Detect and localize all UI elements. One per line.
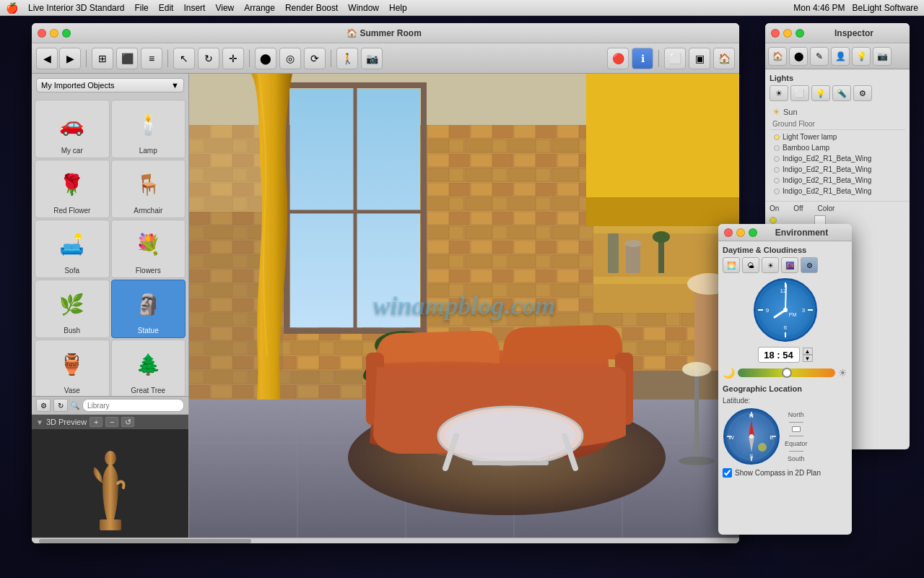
zoom-reset-btn[interactable]: ↺ [121, 417, 134, 427]
toolbar-sep-5 [658, 50, 659, 67]
object-my-car[interactable]: 🚗 My car [35, 100, 110, 158]
env-close-btn[interactable] [724, 228, 733, 237]
3d-mode-btn[interactable]: 🔴 [607, 48, 629, 69]
insp-tab-material[interactable]: ⬤ [789, 47, 808, 66]
list-view-btn[interactable]: ≡ [141, 48, 162, 69]
insp-tab-figure[interactable]: 👤 [831, 47, 850, 66]
maximize-button[interactable] [62, 29, 71, 38]
brightness-thumb[interactable] [782, 368, 792, 378]
objects-grid: 🚗 My car 🕯️ Lamp 🌹 Red Flower 🪑 Armchair [32, 97, 188, 396]
morning-btn[interactable]: 🌤 [742, 257, 759, 273]
floor-plan-btn[interactable]: ⊞ [92, 48, 113, 69]
light-spot-btn[interactable]: 💡 [811, 85, 830, 101]
inspector-close-btn[interactable] [771, 29, 780, 38]
minimize-button[interactable] [50, 29, 58, 38]
env-content: Daytime & Cloudiness 🌅 🌤 ☀ 🌆 ⚙ [718, 241, 852, 535]
light-item-1[interactable]: Light Tower lamp [770, 131, 905, 142]
light-sun-btn[interactable]: ☀ [770, 85, 788, 101]
zoom-in-btn[interactable]: + [90, 417, 103, 427]
circle-tool[interactable]: ⬤ [255, 48, 276, 69]
toolbar: ◀ ▶ ⊞ ⬛ ≡ ↖ ↻ ✛ ⬤ ◎ ⟳ 🚶 📷 🔴 ℹ ⬜ ▣ 🏠 [32, 43, 739, 74]
figure-tool[interactable]: 🚶 [336, 48, 358, 69]
walk-tool[interactable]: ⟳ [304, 48, 326, 69]
menubar-help[interactable]: Help [389, 3, 407, 13]
objects-dropdown[interactable]: My Imported Objects ▼ [36, 78, 184, 92]
settings-btn[interactable]: ⚙ [36, 399, 51, 412]
light-item-3[interactable]: Indigo_Ed2_R1_Beta_Wing [770, 153, 905, 164]
object-sofa[interactable]: 🛋️ Sofa [35, 220, 110, 278]
light-flood-btn[interactable]: 🔦 [832, 85, 851, 101]
main-viewport[interactable]: winampblog.com [189, 74, 739, 538]
object-armchair[interactable]: 🪑 Armchair [111, 160, 186, 218]
3d-view-btn[interactable]: ⬛ [116, 48, 138, 69]
zoom-out-btn[interactable]: − [105, 417, 118, 427]
eye-tool[interactable]: ◎ [279, 48, 301, 69]
inspector-toolbar: 🏠 ⬤ ✎ 👤 💡 📷 [765, 43, 910, 69]
object-flowers[interactable]: 💐 Flowers [111, 220, 186, 278]
inspector-max-btn[interactable] [796, 29, 804, 38]
evening-btn[interactable]: 🌆 [781, 257, 798, 273]
statue-3d-preview [82, 433, 139, 534]
time-value-input[interactable] [758, 347, 800, 363]
library-search[interactable] [82, 399, 184, 412]
back-button[interactable]: ◀ [36, 48, 58, 69]
sun-icon: ☀ [772, 107, 780, 117]
close-button[interactable] [38, 29, 46, 38]
insp-tab-photo[interactable]: 📷 [873, 47, 892, 66]
object-lamp[interactable]: 🕯️ Lamp [111, 100, 186, 158]
insp-tab-light[interactable]: 💡 [852, 47, 871, 66]
time-down-btn[interactable]: ▼ [803, 355, 813, 362]
menubar-insert[interactable]: Insert [183, 3, 205, 13]
menubar-file[interactable]: File [134, 3, 148, 13]
object-red-flower[interactable]: 🌹 Red Flower [35, 160, 110, 218]
lat-thumb[interactable] [792, 426, 801, 432]
light-item-6[interactable]: Indigo_Ed2_R1_Beta_Wing [770, 186, 905, 197]
insp-tab-edit[interactable]: ✎ [810, 47, 829, 66]
forward-button[interactable]: ▶ [59, 48, 81, 69]
dawn-btn[interactable]: 🌅 [723, 257, 740, 273]
light-item-5[interactable]: Indigo_Ed2_R1_Beta_Wing [770, 175, 905, 186]
refresh-btn[interactable]: ↻ [53, 399, 68, 412]
layout-btn-2[interactable]: ▣ [689, 48, 710, 69]
object-bush-thumb: 🌿 [48, 283, 97, 325]
horizontal-scrollbar[interactable] [32, 538, 739, 543]
env-min-btn[interactable] [736, 228, 745, 237]
object-bush[interactable]: 🌿 Bush [35, 280, 110, 338]
object-my-car-label: My car [61, 147, 83, 155]
insp-tab-house[interactable]: 🏠 [768, 47, 787, 66]
rotate-tool[interactable]: ↻ [198, 48, 219, 69]
inspector-min-btn[interactable] [783, 29, 792, 38]
menubar-edit[interactable]: Edit [159, 3, 174, 13]
light-item-4[interactable]: Indigo_Ed2_R1_Beta_Wing [770, 164, 905, 175]
object-vase[interactable]: 🏺 Vase [35, 340, 110, 396]
layout-btn-1[interactable]: ⬜ [664, 48, 686, 69]
brightness-slider[interactable] [738, 368, 835, 377]
menubar-app-name[interactable]: Live Interior 3D Standard [28, 3, 124, 13]
home-btn[interactable]: 🏠 [713, 48, 735, 69]
light-window-btn[interactable]: ⬜ [790, 85, 809, 101]
menubar-arrange[interactable]: Arrange [244, 3, 275, 13]
move-tool[interactable]: ✛ [222, 48, 244, 69]
object-lamp-label: Lamp [139, 147, 157, 155]
light-add-btn[interactable]: ⚙ [853, 85, 872, 101]
menubar-window[interactable]: Window [348, 3, 379, 13]
camera-tool[interactable]: 📷 [361, 48, 383, 69]
apple-menu[interactable]: 🍎 [6, 2, 18, 14]
info-btn[interactable]: ℹ [632, 48, 653, 69]
object-great-tree[interactable]: 🌲 Great Tree [111, 340, 186, 396]
noon-btn[interactable]: ☀ [762, 257, 779, 273]
led-dot-1[interactable] [770, 217, 777, 224]
scrollbar-thumb-h[interactable] [39, 539, 251, 543]
select-tool[interactable]: ↖ [173, 48, 195, 69]
menubar-view[interactable]: View [215, 3, 234, 13]
object-statue[interactable]: 🗿 Statue [111, 280, 186, 338]
sun-item[interactable]: ☀ Sun [770, 105, 905, 118]
custom-time-btn[interactable]: ⚙ [801, 257, 818, 273]
svg-point-22 [624, 240, 642, 247]
preview-collapse-arrow[interactable]: ▼ [36, 418, 43, 426]
light-item-2[interactable]: Bamboo Lamp [770, 142, 905, 153]
env-max-btn[interactable] [749, 228, 757, 237]
menubar-render-boost[interactable]: Render Boost [285, 3, 338, 13]
show-compass-checkbox[interactable] [723, 468, 732, 478]
time-up-btn[interactable]: ▲ [803, 348, 813, 355]
